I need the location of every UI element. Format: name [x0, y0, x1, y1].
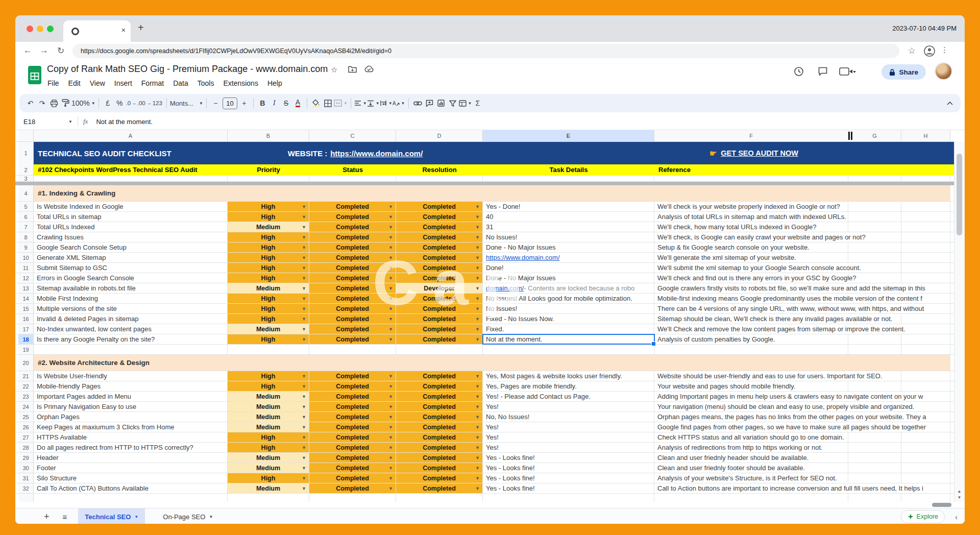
- cell-C12[interactable]: Completed▼: [309, 273, 396, 283]
- task-link[interactable]: domain.com/: [486, 284, 524, 292]
- cell-E17[interactable]: Fixed.: [483, 324, 654, 334]
- cell-G29[interactable]: [848, 453, 901, 463]
- cell-D28[interactable]: Completed▼: [396, 443, 483, 452]
- dropdown-caret-icon[interactable]: ▼: [388, 296, 393, 301]
- cell-B12[interactable]: High▼: [228, 273, 309, 283]
- text-wrap-icon[interactable]: ▼: [380, 96, 393, 110]
- dropdown-caret-icon[interactable]: ▼: [388, 455, 393, 460]
- insert-chart-icon[interactable]: [435, 96, 447, 110]
- cell-E[interactable]: [483, 494, 654, 502]
- cell-C31[interactable]: Completed▼: [309, 473, 396, 483]
- comment-history-icon[interactable]: [818, 66, 828, 77]
- dropdown-caret-icon[interactable]: ▼: [388, 415, 393, 420]
- cell-B11[interactable]: High▼: [228, 263, 309, 273]
- cell-A16[interactable]: Invalid & deleted Pages in sitemap: [34, 314, 228, 324]
- cell-B19[interactable]: [228, 345, 309, 354]
- dropdown-caret-icon[interactable]: ▼: [302, 425, 306, 430]
- cell-G22[interactable]: [848, 381, 901, 391]
- cell-B21[interactable]: High▼: [228, 371, 309, 381]
- row-header-21[interactable]: 21: [18, 371, 34, 381]
- cell-B27[interactable]: High▼: [228, 432, 309, 442]
- row-header-30[interactable]: 30: [18, 463, 34, 473]
- document-title[interactable]: Copy of Rank Math SEO Gig - Premium Pack…: [47, 64, 328, 75]
- bold-button[interactable]: B: [257, 96, 268, 110]
- dropdown-caret-icon[interactable]: ▼: [388, 394, 393, 399]
- cell-A8[interactable]: Crawling Issues: [34, 232, 228, 242]
- sheet-tab-on-page-seo[interactable]: On-Page SEO▼: [156, 508, 219, 524]
- dropdown-caret-icon[interactable]: ▼: [302, 235, 306, 240]
- new-tab-button[interactable]: +: [138, 22, 144, 34]
- dropdown-caret-icon[interactable]: ▼: [475, 337, 480, 342]
- back-icon[interactable]: ←: [23, 45, 32, 56]
- cell-G18[interactable]: [848, 334, 901, 344]
- cell-E12[interactable]: Done - No Major Issues: [483, 273, 654, 283]
- cell-D24[interactable]: Completed▼: [396, 402, 483, 411]
- cell-H29[interactable]: [901, 453, 950, 463]
- cell-H5[interactable]: [901, 202, 950, 211]
- move-to-folder-icon[interactable]: [348, 65, 357, 73]
- cell-D25[interactable]: Completed▼: [396, 412, 483, 422]
- menu-data[interactable]: Data: [168, 78, 193, 89]
- row-header-3[interactable]: 3: [18, 176, 34, 181]
- cell-A7[interactable]: Total URLs Indexed: [34, 222, 228, 232]
- dropdown-caret-icon[interactable]: ▼: [302, 435, 306, 440]
- dropdown-caret-icon[interactable]: ▼: [475, 214, 480, 220]
- cell-A9[interactable]: Google Search Console Setup: [34, 242, 228, 252]
- dropdown-caret-icon[interactable]: ▼: [388, 327, 393, 332]
- cell-C13[interactable]: Completed▼: [309, 283, 396, 293]
- row-header-1[interactable]: 1: [18, 142, 34, 164]
- add-sheet-icon[interactable]: +: [44, 512, 50, 522]
- header-cell-c[interactable]: Status: [309, 164, 396, 175]
- row-header-16[interactable]: 16: [18, 314, 34, 324]
- formula-input[interactable]: Not at the moment.: [96, 118, 153, 126]
- cell-A21[interactable]: Is Website User-friendly: [34, 371, 228, 381]
- cell-F15[interactable]: There can be 4 versions of any single UR…: [654, 304, 848, 313]
- cell-G7[interactable]: [848, 222, 901, 232]
- cell-C3[interactable]: [309, 176, 396, 181]
- header-cell-d[interactable]: Resolution: [396, 164, 483, 175]
- menu-help[interactable]: Help: [263, 78, 287, 89]
- cell-H16[interactable]: [901, 314, 950, 324]
- cell-D[interactable]: [396, 494, 483, 502]
- cell-A24[interactable]: Is Primary Navigation Easy to use: [34, 402, 228, 411]
- row-header-12[interactable]: 12: [18, 273, 34, 283]
- cell-D26[interactable]: Completed▼: [396, 422, 483, 432]
- dropdown-caret-icon[interactable]: ▼: [302, 394, 306, 399]
- row-header-8[interactable]: 8: [18, 232, 34, 242]
- cell-F21[interactable]: Website should be user-friendly and eas …: [654, 371, 848, 381]
- cell-H[interactable]: [901, 494, 950, 502]
- task-link[interactable]: https://www.domain.com/: [486, 254, 560, 261]
- number-format-button[interactable]: 123: [152, 96, 163, 110]
- dropdown-caret-icon[interactable]: ▼: [388, 245, 393, 250]
- banner-title[interactable]: TECHNICAL SEO AUDIT CHECKLIST: [34, 142, 228, 164]
- print-icon[interactable]: [48, 96, 60, 110]
- cell-A6[interactable]: Total URLs in sitemap: [34, 212, 228, 222]
- cell-D14[interactable]: Completed▼: [396, 294, 483, 303]
- dropdown-caret-icon[interactable]: ▼: [388, 276, 393, 281]
- select-all-corner[interactable]: [18, 130, 34, 141]
- dropdown-caret-icon[interactable]: ▼: [475, 476, 480, 481]
- redo-icon[interactable]: ↷: [36, 96, 48, 110]
- horizontal-scrollbar-thumb[interactable]: [932, 503, 951, 507]
- strikethrough-button[interactable]: S: [280, 96, 292, 110]
- header-cell-e[interactable]: Task Details: [483, 164, 654, 175]
- dropdown-caret-icon[interactable]: ▼: [475, 384, 480, 389]
- cell-A3[interactable]: [34, 176, 228, 181]
- row-header-29[interactable]: 29: [18, 453, 34, 463]
- dropdown-caret-icon[interactable]: ▼: [388, 235, 393, 240]
- column-header-B[interactable]: B: [228, 130, 309, 141]
- cell-H30[interactable]: [901, 463, 950, 473]
- cell-F28[interactable]: Analysis of redirections from http to ht…: [654, 443, 848, 452]
- cell-C17[interactable]: Completed▼: [309, 324, 396, 334]
- cell-E24[interactable]: Yes!: [483, 402, 654, 411]
- profile-icon[interactable]: [924, 45, 935, 57]
- dropdown-caret-icon[interactable]: ▼: [302, 374, 306, 379]
- cell-E10[interactable]: https://www.domain.com/: [483, 253, 654, 262]
- format-currency-button[interactable]: £: [102, 96, 114, 110]
- reload-icon[interactable]: ↻: [57, 45, 64, 56]
- dropdown-caret-icon[interactable]: ▼: [388, 265, 393, 271]
- dropdown-caret-icon[interactable]: ▼: [302, 296, 306, 301]
- row-header-10[interactable]: 10: [18, 253, 34, 262]
- cell-E8[interactable]: No Issues!: [483, 232, 654, 242]
- cell-B5[interactable]: High▼: [228, 202, 309, 211]
